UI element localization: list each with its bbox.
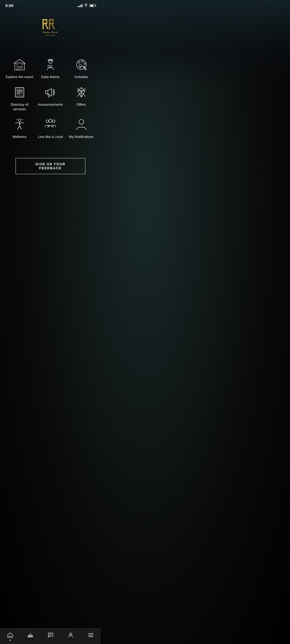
svg-rect-30 — [15, 87, 24, 97]
svg-point-19 — [48, 65, 50, 67]
svg-point-25 — [84, 63, 85, 64]
svg-rect-4 — [46, 19, 47, 24]
svg-rect-11 — [15, 63, 24, 70]
logo-emblem-svg: Rodos Park Suites & Spa — [40, 17, 61, 36]
person-icon — [74, 117, 89, 132]
svg-point-37 — [18, 119, 21, 122]
menu-label-live-local: Live like a Local — [38, 135, 63, 139]
logo: Rodos Park Suites & Spa — [36, 14, 65, 38]
megaphone-icon — [43, 85, 58, 100]
svg-rect-13 — [20, 66, 22, 68]
menu-label-offers: Offers — [77, 103, 86, 107]
offers-icon — [74, 85, 89, 100]
menu-label-explore-resort: Explore the resort — [6, 75, 33, 79]
svg-point-23 — [78, 62, 80, 63]
svg-text:Suites & Spa: Suites & Spa — [45, 34, 55, 36]
menu-label-directory: Directory of services — [5, 103, 34, 112]
menu-item-offers[interactable]: Offers — [67, 85, 95, 112]
battery-icon — [89, 4, 95, 7]
signal-icon — [78, 4, 82, 7]
directory-icon — [12, 85, 27, 100]
svg-point-0 — [86, 6, 86, 7]
menu-item-explore-resort[interactable]: Explore the resort — [5, 57, 34, 79]
svg-point-42 — [79, 119, 84, 124]
building-icon — [12, 57, 27, 72]
status-bar: 5:00 — [0, 0, 101, 9]
svg-rect-7 — [49, 23, 53, 24]
menu-grid: Explore the resort Daily — [0, 54, 101, 142]
svg-text:Rodos Park: Rodos Park — [43, 31, 58, 34]
menu-item-announcements[interactable]: Announcements — [36, 85, 64, 112]
guide-icon — [43, 57, 58, 72]
menu-label-announcements: Announcements — [38, 103, 63, 107]
status-icons — [78, 3, 95, 8]
menu-item-activities[interactable]: Activities — [67, 57, 95, 79]
svg-point-20 — [50, 65, 52, 67]
menu-item-daily-theme[interactable]: Daily theme — [36, 57, 64, 79]
menu-item-notifications[interactable]: My Notifications — [67, 117, 95, 139]
logo-container: Rodos Park Suites & Spa — [36, 14, 65, 38]
menu-label-notifications: My Notifications — [69, 135, 94, 139]
menu-item-directory[interactable]: Directory of services — [5, 85, 34, 112]
svg-point-41 — [52, 120, 55, 123]
menu-item-live-local[interactable]: Live like a Local — [36, 117, 64, 139]
feedback-button[interactable]: GIVE US YOUR FEEDBACK — [16, 158, 85, 174]
svg-point-39 — [46, 120, 49, 123]
svg-rect-8 — [53, 19, 54, 24]
menu-label-wellness: Wellness — [12, 135, 27, 139]
menu-item-wellness[interactable]: Wellness — [5, 117, 34, 139]
svg-rect-3 — [42, 23, 47, 24]
menu-label-activities: Activities — [74, 75, 88, 79]
status-time: 5:00 — [5, 3, 13, 8]
svg-rect-12 — [17, 66, 19, 70]
menu-label-daily-theme: Daily theme — [41, 75, 60, 79]
wifi-icon — [84, 3, 88, 8]
wellness-icon — [12, 117, 27, 132]
activities-icon — [74, 57, 89, 72]
svg-point-24 — [82, 61, 83, 62]
svg-point-16 — [49, 60, 52, 63]
local-icon — [43, 117, 58, 132]
svg-point-40 — [49, 119, 52, 122]
